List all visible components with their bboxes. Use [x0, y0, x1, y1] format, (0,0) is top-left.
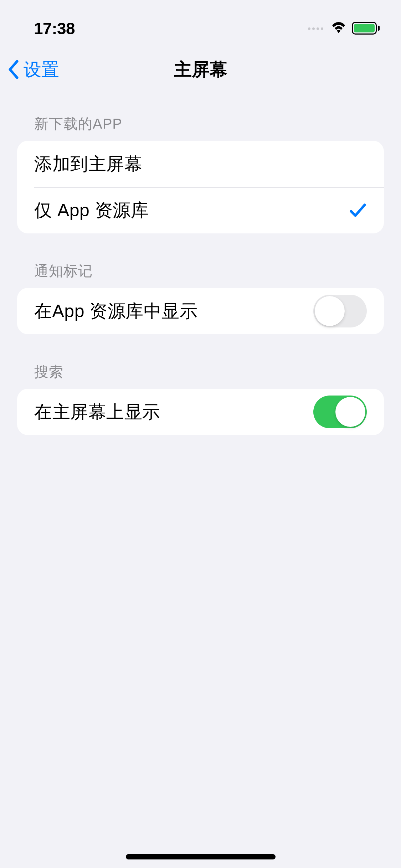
home-indicator[interactable]	[126, 854, 276, 859]
section-search: 搜索 在主屏幕上显示	[17, 356, 384, 435]
toggle-knob	[335, 397, 365, 427]
section-notification-badges: 通知标记 在App 资源库中显示	[17, 255, 384, 334]
section-header-notification-badges: 通知标记	[17, 255, 384, 288]
option-app-library-only[interactable]: 仅 App 资源库	[17, 187, 384, 233]
cellular-dots-icon	[308, 27, 323, 30]
wifi-icon	[330, 22, 347, 35]
toggle-knob	[315, 296, 345, 326]
status-bar: 17:38	[0, 0, 401, 46]
row-label: 在主屏幕上显示	[34, 400, 160, 424]
page-title: 主屏幕	[174, 58, 227, 82]
battery-icon	[352, 22, 380, 35]
status-right	[308, 22, 380, 35]
section-body: 添加到主屏幕 仅 App 资源库	[17, 141, 384, 233]
section-header-search: 搜索	[17, 356, 384, 389]
status-time: 17:38	[34, 19, 75, 38]
row-show-in-app-library: 在App 资源库中显示	[17, 288, 384, 334]
section-body: 在App 资源库中显示	[17, 288, 384, 334]
back-label: 设置	[24, 58, 59, 82]
toggle-show-on-home-screen[interactable]	[313, 396, 367, 428]
row-label: 仅 App 资源库	[34, 198, 149, 222]
chevron-left-icon	[7, 60, 20, 79]
section-body: 在主屏幕上显示	[17, 389, 384, 435]
nav-bar: 设置 主屏幕	[0, 46, 401, 93]
content: 新下载的APP 添加到主屏幕 仅 App 资源库 通知标记 在App 资源库中显…	[0, 108, 401, 435]
section-header-newly-downloaded: 新下载的APP	[17, 108, 384, 141]
row-label: 在App 资源库中显示	[34, 299, 197, 323]
row-label: 添加到主屏幕	[34, 152, 142, 176]
toggle-show-in-app-library[interactable]	[313, 295, 367, 327]
option-add-to-home-screen[interactable]: 添加到主屏幕	[17, 141, 384, 187]
row-show-on-home-screen: 在主屏幕上显示	[17, 389, 384, 435]
section-newly-downloaded: 新下载的APP 添加到主屏幕 仅 App 资源库	[17, 108, 384, 233]
back-button[interactable]: 设置	[7, 58, 59, 82]
checkmark-icon	[349, 201, 367, 219]
